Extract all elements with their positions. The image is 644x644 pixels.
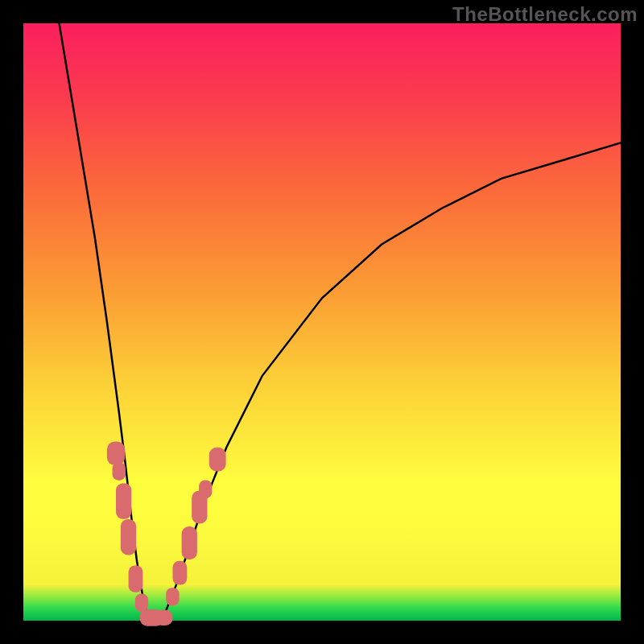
chart-svg <box>23 23 621 621</box>
curve-marker <box>173 561 188 585</box>
watermark-text: TheBottleneck.com <box>452 3 638 26</box>
curve-marker <box>135 594 148 612</box>
curve-marker <box>116 483 131 519</box>
curve-marker <box>155 610 172 625</box>
curve-marker <box>107 441 125 465</box>
curve-marker <box>182 526 197 559</box>
plot-area <box>23 23 621 621</box>
curve-marker <box>121 519 136 555</box>
curve-marker <box>113 462 126 480</box>
bottleneck-curve <box>60 23 621 621</box>
curve-marker <box>199 481 212 498</box>
curve-marker <box>129 565 143 592</box>
curve-marker <box>209 448 226 472</box>
curve-markers <box>107 441 226 625</box>
curve-marker <box>166 588 179 605</box>
outer-frame: TheBottleneck.com <box>0 0 644 644</box>
